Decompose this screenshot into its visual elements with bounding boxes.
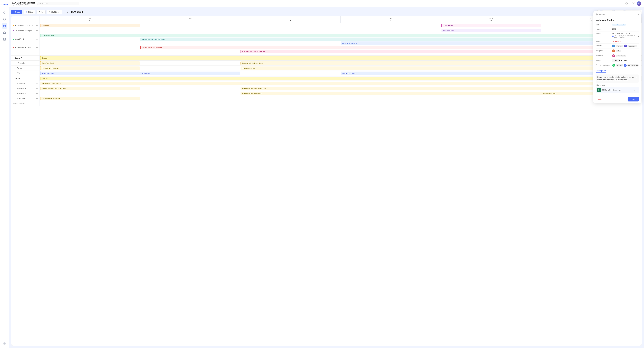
- assignee-field: Assignee J Julia: [596, 49, 639, 53]
- marketing-label: Marketing: [18, 62, 26, 64]
- brand-a-header-row: − Brand A ••• Brand A: [12, 56, 642, 61]
- design-header: Design •••: [12, 66, 40, 71]
- marketing-a-more[interactable]: •••: [36, 88, 38, 89]
- sidebar-item-sync[interactable]: [2, 10, 7, 15]
- financial-assignee-field: Financial assignee R Richard A Andrew sm…: [596, 63, 639, 68]
- attachment-item: XLS Children's Day Event .excel ⬇ +: [596, 87, 639, 93]
- brand-a-toggle[interactable]: −: [13, 57, 14, 59]
- childrens-event-label: Children's Day Event: [15, 47, 31, 49]
- promotion-more[interactable]: •••: [36, 98, 38, 99]
- status-dot: [614, 25, 614, 25]
- header-empty: [12, 16, 40, 23]
- search-input[interactable]: [42, 3, 78, 5]
- brand-b-bar-wrap: Brand B: [40, 77, 641, 80]
- brand-a-dots[interactable]: •••: [36, 57, 38, 59]
- social-media-bar[interactable]: Social Media Image Sharing: [40, 82, 641, 85]
- star-button[interactable]: [624, 2, 629, 6]
- childrens-day-bar[interactable]: Children's Day: [441, 24, 541, 27]
- sidebar-item-home[interactable]: [2, 16, 7, 22]
- f-cell-empty: [40, 41, 340, 45]
- seoul-festa-bar[interactable]: Seoul Festa 2024: [40, 34, 641, 37]
- user-avatar[interactable]: U: [637, 2, 641, 6]
- childrens-event-dot: [13, 47, 14, 48]
- description-section: Description Please post a page introduci…: [596, 68, 639, 83]
- advertising-cells: Social Media Image Sharing: [40, 81, 642, 86]
- all-day-checkbox[interactable]: ✓: [612, 36, 614, 37]
- status-badge[interactable]: In Progress ▾: [612, 24, 626, 26]
- blog-bar[interactable]: Blog Posting: [140, 72, 240, 75]
- divisions-dot: [13, 30, 14, 31]
- currency-select[interactable]: KRW: [612, 59, 620, 62]
- popup-bar[interactable]: Children's Day Pop-up Store: [140, 46, 641, 49]
- financial-1-avatar: R: [612, 64, 615, 67]
- all-day-row: ✓ All day (GMT+09:00)South Korea - Asia/…: [612, 35, 639, 38]
- brand-b-dots[interactable]: •••: [36, 78, 38, 79]
- panel-close-button[interactable]: ×: [638, 13, 639, 16]
- prev-arrow[interactable]: ‹: [64, 11, 66, 14]
- date-value: 05/01/2024: [51, 11, 60, 13]
- date-picker-button[interactable]: 05/01/2024: [47, 10, 62, 14]
- filter-button[interactable]: Filters: [24, 10, 35, 14]
- bell-button[interactable]: [630, 2, 635, 6]
- start-of-summer-bar[interactable]: Start of Summer: [441, 29, 540, 32]
- budget-field: Budget KRW ▾ 3,000,000: [596, 58, 639, 63]
- col-header-sat: SAT 4: [340, 16, 441, 23]
- sidebar-item-inbox[interactable]: [2, 30, 7, 36]
- svg-rect-16: [49, 12, 50, 13]
- add-campaign-row: + Add Campaign: [12, 101, 642, 106]
- childrens-event-more[interactable]: •••: [36, 47, 38, 48]
- brand-b-toggle[interactable]: −: [13, 78, 14, 79]
- add-campaign-btn[interactable]: + Add Campaign: [13, 103, 24, 104]
- divisions-row-header: 24 divisions of the year •••: [12, 28, 40, 33]
- poster-bar[interactable]: Event Poster Production: [40, 67, 140, 70]
- next-arrow[interactable]: ›: [66, 11, 69, 14]
- discard-button[interactable]: Discard: [596, 98, 602, 100]
- search-icon: [39, 3, 41, 5]
- edit-button[interactable]: Edit: [628, 97, 639, 102]
- holidays-more[interactable]: •••: [36, 25, 38, 26]
- add-attachment-button[interactable]: +: [636, 89, 638, 91]
- attach-name: Children's Day Event .excel: [602, 89, 633, 91]
- proceed-main-bar[interactable]: Proceed with the Main Event Booth: [240, 87, 641, 90]
- managing-bar[interactable]: Managing Sale Promotions: [40, 97, 140, 100]
- sidebar-item-table[interactable]: [2, 37, 7, 42]
- festival-row2: Dongdaemun-gu Garden Festival: [40, 37, 641, 41]
- search-bar[interactable]: [37, 2, 80, 5]
- proceed-event-b-bar[interactable]: Proceed with the Event Booth: [240, 92, 541, 95]
- shooting-bar[interactable]: Shooting Assistance: [240, 67, 641, 70]
- panel-body: State In Progress ▾ Category SNS Period …: [594, 23, 641, 95]
- brand-b-cells: Brand B: [40, 76, 642, 81]
- holidays-cell-sun: Children's Day: [441, 23, 541, 27]
- marketing-b-more[interactable]: •••: [36, 93, 38, 94]
- divisions-more[interactable]: •••: [36, 30, 38, 31]
- childrens-event-row: Children's Day Event ••• Children's Day …: [12, 45, 642, 56]
- app-logo[interactable]: BizCalendar: [2, 2, 7, 7]
- budget-amount: 3,000,000: [622, 60, 630, 62]
- dongdaemun-bar[interactable]: Dongdaemun-gu Garden Festival: [140, 38, 641, 41]
- instagram-bar[interactable]: Instagram Posting: [40, 72, 140, 75]
- financial-2-name: Andrew smith: [627, 64, 639, 67]
- calendar-icon: [49, 11, 50, 13]
- proceed-event-bar[interactable]: Proceed with the Event Booth: [240, 62, 641, 65]
- sns-more[interactable]: •••: [36, 72, 38, 74]
- download-button[interactable]: ⬇: [634, 89, 636, 91]
- lotte-bar[interactable]: Children's Day Lotte World Event: [240, 50, 641, 53]
- festival-more[interactable]: •••: [36, 39, 38, 40]
- design-more[interactable]: •••: [36, 67, 38, 69]
- meeting-bar[interactable]: Meeting with an Advertising Agency: [40, 87, 140, 90]
- proceed-main-wrap: Proceed with the Main Event Booth: [240, 87, 641, 90]
- create-button[interactable]: + Create: [11, 10, 22, 14]
- sidebar-item-calendar[interactable]: [2, 23, 7, 29]
- brand-a-bar[interactable]: Brand A: [40, 56, 641, 60]
- today-button[interactable]: Today: [36, 10, 46, 14]
- reporter-1-name: Ann kim: [616, 45, 624, 47]
- labor-day-bar[interactable]: Labor Day: [40, 24, 140, 27]
- brand-b-bar[interactable]: Brand B: [40, 77, 641, 80]
- marketing-a-cells: Meeting with an Advertising Agency Proce…: [40, 86, 642, 91]
- store-final-bar[interactable]: Store Final Check: [40, 62, 140, 65]
- brand-a-header: − Brand A •••: [12, 56, 40, 61]
- marketing-more[interactable]: •••: [36, 62, 38, 64]
- sidebar-item-help[interactable]: [2, 341, 7, 346]
- advertising-more[interactable]: •••: [36, 83, 38, 84]
- sns-label: SNS: [17, 72, 20, 74]
